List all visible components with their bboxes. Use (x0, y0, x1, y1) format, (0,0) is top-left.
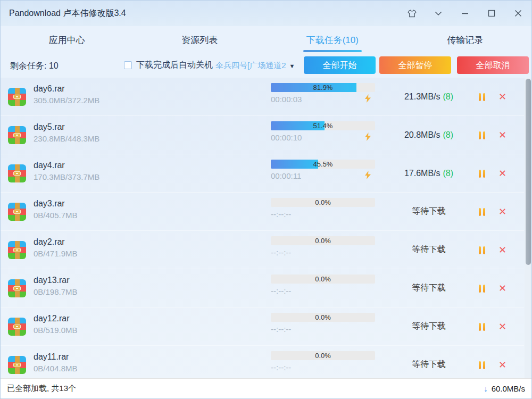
file-size: 0B/198.7MB (34, 287, 78, 296)
channel-dropdown[interactable]: 伞兵四号[广场通道2 ▼ (215, 61, 295, 71)
channel-label[interactable]: 伞兵四号[广场通道2 (215, 61, 286, 71)
loaded-status-text: 已全部加载, 共13个 (7, 384, 76, 394)
rar-file-icon (8, 203, 26, 221)
auto-shutdown-label[interactable]: 下载完成后自动关机 (136, 60, 213, 71)
tab-bar: 应用中心 资源列表 下载任务(10) 传输记录 (1, 26, 531, 54)
rar-file-icon (8, 356, 26, 374)
waiting-status: 等待下载 (412, 321, 446, 332)
elapsed-time: --:--:-- (271, 363, 291, 372)
cancel-task-button[interactable]: ✕ (498, 244, 506, 256)
waiting-status: 等待下载 (412, 282, 446, 294)
auto-shutdown-checkbox[interactable] (124, 61, 132, 69)
remaining-tasks-label: 剩余任务: 10 (10, 61, 59, 72)
tab-download-tasks[interactable]: 下载任务(10) (266, 26, 399, 54)
cancel-task-button[interactable]: ✕ (498, 321, 506, 332)
total-speed-value: 60.0MB/s (492, 384, 525, 393)
task-row[interactable]: day2.rar 0B/471.9MB 0.0% --:--:-- 等待下载 ✕ (1, 231, 524, 269)
tab-resource-list[interactable]: 资源列表 (134, 26, 267, 54)
waiting-status: 等待下载 (412, 244, 446, 255)
progress-bar: 0.0% (271, 275, 375, 284)
progress-percent: 0.0% (271, 275, 375, 284)
speed-status-cell: 等待下载 (392, 269, 466, 307)
cancel-task-button[interactable]: ✕ (498, 359, 506, 371)
file-size: 230.8MB/448.3MB (34, 134, 99, 143)
tab-app-center[interactable]: 应用中心 (1, 26, 134, 54)
minimize-icon[interactable] (460, 9, 470, 18)
file-name: day13.rar (34, 276, 78, 285)
pause-task-button[interactable] (479, 246, 485, 254)
progress-percent: 51.4% (271, 121, 375, 130)
file-size: 0B/471.9MB (34, 249, 78, 258)
maximize-icon[interactable] (487, 9, 496, 18)
task-row[interactable]: day12.rar 0B/519.0MB 0.0% --:--:-- 等待下载 … (1, 307, 524, 346)
task-row[interactable]: day4.rar 170.3MB/373.7MB 45.5% 00:00:11 … (1, 154, 524, 193)
elapsed-time: 00:00:10 (271, 133, 302, 142)
task-row[interactable]: day5.rar 230.8MB/448.3MB 51.4% 00:00:10 … (1, 116, 524, 154)
speed-status-cell: 等待下载 (392, 231, 466, 269)
progress-bar: 0.0% (271, 313, 375, 322)
file-info: day4.rar 170.3MB/373.7MB (34, 161, 99, 181)
download-arrow-icon: ↓ (484, 384, 488, 394)
auto-shutdown-group[interactable]: 下载完成后自动关机 (124, 60, 213, 71)
theme-shirt-icon[interactable] (407, 9, 417, 18)
pause-task-button[interactable] (479, 361, 485, 369)
pause-task-button[interactable] (479, 170, 485, 178)
rar-file-icon (8, 318, 26, 336)
cancel-task-button[interactable]: ✕ (498, 91, 506, 103)
speed-status-cell: 20.8MB/s (8) (392, 116, 466, 154)
file-name: day2.rar (34, 237, 78, 247)
cancel-task-button[interactable]: ✕ (498, 129, 506, 141)
title-bar: Pandownload 卢本伟修改版3.4 (1, 1, 531, 26)
cancel-task-button[interactable]: ✕ (498, 168, 506, 179)
task-row[interactable]: day3.rar 0B/405.7MB 0.0% --:--:-- 等待下载 ✕ (1, 193, 524, 231)
window-title: Pandownload 卢本伟修改版3.4 (9, 8, 126, 19)
file-size: 170.3MB/373.7MB (34, 172, 99, 181)
file-info: day12.rar 0B/519.0MB (34, 314, 78, 335)
elapsed-time: --:--:-- (271, 325, 291, 334)
close-icon[interactable] (513, 9, 523, 18)
scrollbar-thumb[interactable] (526, 79, 531, 265)
cancel-all-button[interactable]: 全部取消 (457, 56, 529, 74)
pause-task-button[interactable] (479, 285, 485, 293)
speed-status-cell: 等待下载 (392, 193, 466, 230)
rar-file-icon (8, 241, 26, 259)
task-row[interactable]: day11.rar 0B/404.8MB 0.0% --:--:-- 等待下载 … (1, 346, 524, 378)
cancel-task-button[interactable]: ✕ (498, 282, 506, 294)
start-all-button[interactable]: 全部开始 (304, 56, 376, 74)
file-size: 0B/405.7MB (34, 211, 78, 220)
speed-status-cell: 等待下载 (392, 346, 466, 378)
cancel-task-button[interactable]: ✕ (498, 206, 506, 218)
toolbar: 剩余任务: 10 下载完成后自动关机 伞兵四号[广场通道2 ▼ 全部开始 全部暂… (1, 54, 531, 78)
scrollbar-track[interactable] (525, 78, 531, 378)
elapsed-time: --:--:-- (271, 286, 291, 295)
rar-file-icon (8, 88, 26, 106)
file-info: day5.rar 230.8MB/448.3MB (34, 122, 99, 143)
progress-bar: 0.0% (271, 236, 375, 245)
elapsed-time: 00:00:11 (271, 171, 301, 180)
pause-task-button[interactable] (479, 208, 485, 216)
elapsed-time: 00:00:03 (271, 95, 302, 104)
chevron-down-icon[interactable] (434, 9, 443, 18)
tab-transfer-records[interactable]: 传输记录 (399, 26, 532, 54)
task-row[interactable]: day13.rar 0B/198.7MB 0.0% --:--:-- 等待下载 … (1, 269, 524, 307)
progress-bar: 51.4% (271, 121, 375, 130)
speed-status-cell: 等待下载 (392, 307, 466, 345)
lightning-icon (364, 132, 371, 143)
pause-all-button[interactable]: 全部暂停 (379, 56, 451, 74)
pause-task-button[interactable] (479, 323, 485, 331)
progress-bar: 0.0% (271, 351, 375, 360)
task-row[interactable]: day6.rar 305.0MB/372.2MB 81.9% 00:00:03 … (1, 78, 524, 116)
total-speed-group: ↓ 60.0MB/s (484, 384, 525, 394)
file-name: day5.rar (34, 122, 99, 132)
file-name: day3.rar (34, 199, 78, 209)
file-size: 0B/519.0MB (34, 326, 78, 335)
file-name: day12.rar (34, 314, 78, 323)
progress-percent: 81.9% (271, 83, 375, 92)
caret-down-icon[interactable]: ▼ (289, 63, 295, 69)
task-list-area: day6.rar 305.0MB/372.2MB 81.9% 00:00:03 … (1, 78, 531, 378)
pause-task-button[interactable] (479, 131, 485, 139)
progress-bar: 45.5% (271, 160, 375, 169)
elapsed-time: --:--:-- (271, 248, 291, 257)
connection-count: (8) (443, 130, 454, 140)
pause-task-button[interactable] (479, 93, 485, 101)
